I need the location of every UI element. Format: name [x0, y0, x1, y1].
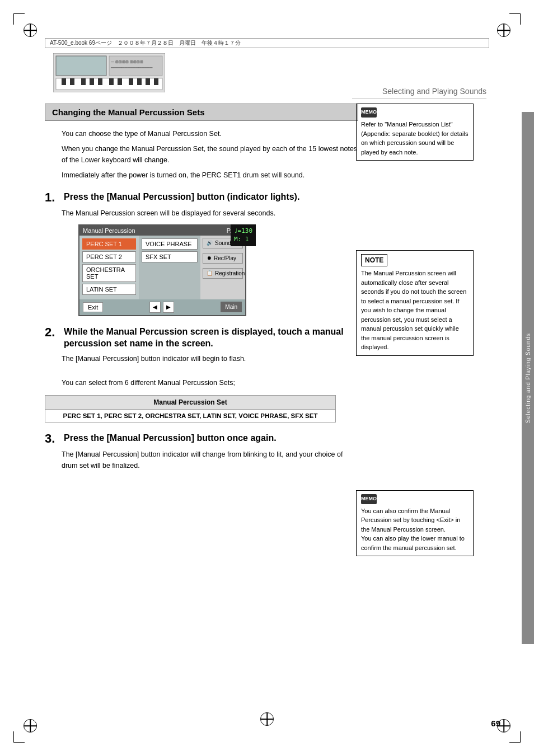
- svg-rect-9: [118, 78, 122, 85]
- sound-kbd-icon: 🔊: [207, 240, 213, 246]
- memo-2-text: You can also confirm the Manual Percussi…: [361, 506, 469, 553]
- header-text: AT-500_e.book 69ページ ２００８年７月２８日 月曜日 午後４時１…: [50, 39, 241, 47]
- step-1-text: The Manual Percussion screen will be dis…: [62, 208, 358, 219]
- svg-rect-7: [98, 78, 102, 85]
- memo-1-icon: MEMO: [361, 107, 377, 118]
- screen-btn-latin[interactable]: LATIN SET: [82, 284, 136, 295]
- corner-mark-br: [509, 731, 521, 743]
- svg-text::::  ⊞⊞⊞⊞    ⊞⊞⊞⊞: ::: ⊞⊞⊞⊞ ⊞⊞⊞⊞: [111, 60, 143, 64]
- rec-play-label: Rec/Play: [214, 255, 236, 261]
- sidebar-label: Selecting and Playing Sounds: [525, 333, 531, 423]
- screen-container: Manual Percussion P.171 PERC SET 1 PERC …: [62, 224, 358, 316]
- step-1-heading: 1. Press the [Manual Percussion] button …: [45, 191, 358, 204]
- percussion-sets-table: Manual Percussion Set PERC SET 1, PERC S…: [45, 395, 336, 422]
- memo-box-2: MEMO You can also confirm the Manual Per…: [356, 490, 474, 557]
- header-bar: AT-500_e.book 69ページ ２００８年７月２８日 月曜日 午後４時１…: [45, 38, 489, 48]
- corner-mark-tl: [13, 13, 25, 25]
- note-title: NOTE: [361, 254, 387, 266]
- svg-rect-10: [129, 78, 133, 85]
- note-text: The Manual Percussion screen will automa…: [361, 269, 469, 352]
- step-2-text1: The [Manual Percussion] button indicator…: [62, 354, 358, 364]
- step-3-body: The [Manual Percussion] button indicator…: [62, 449, 358, 471]
- screen-main-button[interactable]: Main: [221, 302, 242, 312]
- memo-1-text: Refer to "Manual Percussion List" (Appen…: [361, 120, 469, 157]
- screen-title-bar: Manual Percussion P.171: [79, 226, 245, 236]
- rec-play-icon: ⏺: [207, 255, 212, 261]
- note-box: NOTE The Manual Percussion screen will a…: [356, 250, 474, 356]
- corner-mark-tr: [509, 13, 521, 25]
- memo-2-icon: MEMO: [361, 494, 377, 504]
- svg-rect-6: [90, 78, 94, 85]
- screen-right-panel: VOICE PHRASE SFX SET: [139, 236, 200, 299]
- section-heading-text: Selecting and Playing Sounds: [382, 87, 486, 96]
- step-3-text: The [Manual Percussion] button indicator…: [62, 449, 358, 471]
- page-section-heading: Selecting and Playing Sounds: [352, 87, 486, 98]
- step-1-number: 1.: [45, 191, 62, 204]
- step-2-title: While the Manual Percussion screen is di…: [64, 326, 358, 350]
- svg-rect-5: [81, 78, 86, 85]
- memo-1-title: MEMO: [361, 107, 469, 118]
- screen-btn-sfx-set[interactable]: SFX SET: [142, 251, 198, 262]
- screen-prev-button[interactable]: ◀: [149, 302, 161, 313]
- screen-footer: Exit ◀ ▶ Main: [79, 299, 245, 315]
- svg-rect-13: [154, 78, 158, 85]
- page-number: 69: [491, 719, 500, 728]
- main-content-right: MEMO Refer to "Manual Percussion List" (…: [356, 104, 474, 564]
- step-1-body: The Manual Percussion screen will be dis…: [62, 208, 358, 219]
- step-3-title: Press the [Manual Percussion] button onc…: [64, 433, 277, 444]
- reg-mark-tl: [24, 24, 37, 37]
- screen-btn-perc2[interactable]: PERC SET 2: [82, 251, 136, 262]
- intro-text-1: You can choose the type of Manual Percus…: [62, 129, 358, 139]
- intro-text-3: Immediately after the power is turned on…: [62, 170, 358, 181]
- registration-icon: 📋: [207, 270, 213, 276]
- main-btn-label: Main: [225, 304, 237, 310]
- bottom-center-mark: [260, 712, 274, 726]
- svg-rect-11: [137, 78, 142, 85]
- step-3-heading: 3. Press the [Manual Percussion] button …: [45, 433, 358, 445]
- corner-mark-bl: [13, 731, 25, 743]
- manual-percussion-screen: Manual Percussion P.171 PERC SET 1 PERC …: [78, 224, 246, 316]
- step-3-number: 3.: [45, 433, 62, 445]
- step-2-body: The [Manual Percussion] button indicator…: [62, 354, 358, 388]
- screen-btn-perc1[interactable]: PERC SET 1: [82, 238, 136, 250]
- reg-mark-bl: [24, 719, 37, 732]
- svg-text:═══════════════: ═══════════════: [110, 65, 152, 69]
- section-title-bar: Changing the Manual Percussion Sets: [45, 104, 358, 121]
- svg-rect-12: [146, 78, 150, 85]
- screen-side-rec-play[interactable]: ⏺ Rec/Play: [203, 253, 243, 264]
- intro-text-2: When you change the Manual Percussion Se…: [62, 144, 358, 166]
- keyboard-image: ::: ⊞⊞⊞⊞ ⊞⊞⊞⊞ ═══════════════: [53, 53, 165, 92]
- reg-mark-tr: [497, 24, 510, 37]
- page-content: Changing the Manual Percussion Sets You …: [45, 104, 474, 476]
- right-sidebar: Selecting and Playing Sounds: [522, 112, 534, 644]
- svg-rect-4: [70, 78, 74, 85]
- screen-body: PERC SET 1 PERC SET 2 ORCHESTRA SET LATI…: [79, 236, 245, 299]
- svg-rect-8: [109, 78, 114, 85]
- screen-title-text: Manual Percussion: [83, 227, 135, 234]
- screen-exit-button[interactable]: Exit: [83, 302, 103, 312]
- table-row-data: PERC SET 1, PERC SET 2, ORCHESTRA SET, L…: [45, 410, 336, 422]
- memo-2-title: MEMO: [361, 494, 469, 504]
- screen-left-panel: PERC SET 1 PERC SET 2 ORCHESTRA SET LATI…: [79, 236, 139, 299]
- step-2-heading: 2. While the Manual Percussion screen is…: [45, 326, 358, 350]
- svg-rect-3: [62, 78, 66, 85]
- svg-rect-1: [56, 56, 106, 76]
- tempo-display: ♩=130 M: 1: [231, 224, 256, 246]
- memo-box-1: MEMO Refer to "Manual Percussion List" (…: [356, 104, 474, 161]
- screen-side-registration[interactable]: 📋 Registration: [203, 268, 243, 279]
- screen-btn-orchestra[interactable]: ORCHESTRA SET: [82, 264, 136, 282]
- step-1-title: Press the [Manual Percussion] button (in…: [64, 191, 299, 203]
- screen-next-button[interactable]: ▶: [163, 302, 174, 313]
- screen-btn-voice-phrase[interactable]: VOICE PHRASE: [142, 238, 198, 250]
- tempo-value: ♩=130: [234, 227, 252, 235]
- registration-label: Registration: [215, 270, 245, 276]
- screen-nav-buttons: ◀ ▶: [149, 302, 174, 313]
- table-header: Manual Percussion Set: [45, 396, 336, 410]
- step-2-text2: You can select from 6 different Manual P…: [62, 378, 358, 388]
- intro-text-block: You can choose the type of Manual Percus…: [62, 129, 358, 181]
- step-2-number: 2.: [45, 326, 62, 339]
- main-content-left: Changing the Manual Percussion Sets You …: [45, 104, 358, 476]
- exit-btn-label: Exit: [88, 304, 98, 311]
- measure-value: M: 1: [234, 235, 252, 243]
- section-title: Changing the Manual Percussion Sets: [52, 107, 205, 117]
